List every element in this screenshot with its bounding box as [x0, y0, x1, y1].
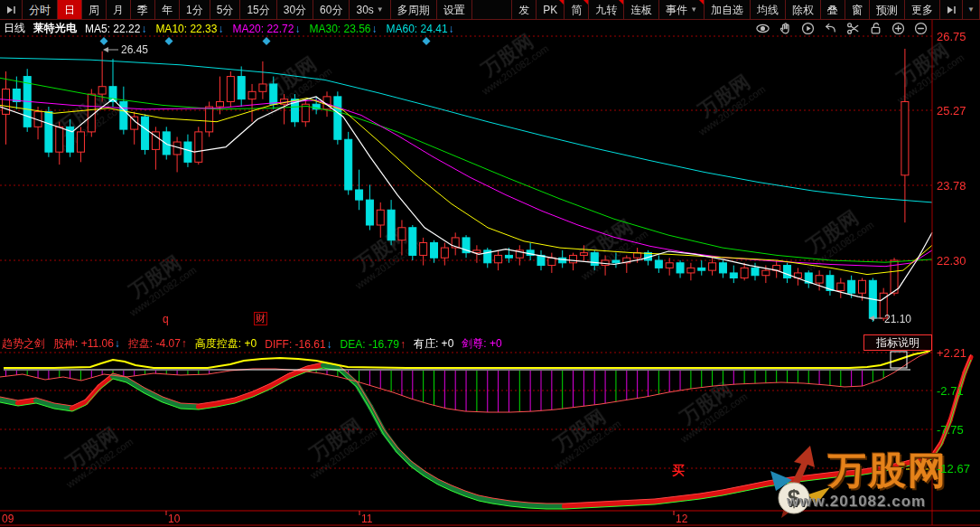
timeline-month-label-2: 11: [361, 513, 372, 525]
period-weekly-button[interactable]: 周: [82, 0, 107, 19]
toolbar-right-group: 发PK简九转连板事件▼加自选均线除权叠窗预测更多▼: [511, 0, 980, 19]
new-feature-badge: [699, 0, 704, 5]
trend-down-arrow-icon: ↓: [327, 338, 332, 351]
lock-icon[interactable]: [868, 21, 883, 36]
period-15min-button[interactable]: 15分: [240, 0, 276, 19]
period-30min-button[interactable]: 30分: [277, 0, 313, 19]
trend-down-arrow-icon: ↓: [141, 23, 146, 35]
indicator-field-7: 剑尊: +0: [462, 336, 501, 352]
tool-window-label: 窗: [852, 1, 863, 19]
band-segment: [950, 396, 957, 420]
chevron-down-icon: ▼: [377, 1, 384, 19]
period-15min-label: 15分: [247, 1, 269, 19]
logo-brand-text: 万股网: [828, 446, 947, 496]
period-minute-chart-button[interactable]: 分时: [23, 0, 58, 19]
tool-consecutive-boards-button[interactable]: 连板: [624, 0, 659, 19]
tool-nine-turn-label: 九转: [595, 1, 617, 19]
tool-window-button[interactable]: 窗: [845, 0, 870, 19]
dock-arrow-icon[interactable]: [0, 0, 23, 19]
indicator-axis-label-1: -2.71: [937, 384, 964, 398]
dock-arrow-icon[interactable]: [940, 0, 963, 19]
indicator-axis-label-0: +2.21: [937, 346, 966, 360]
indicator-help-button[interactable]: 指标说明: [863, 334, 932, 351]
period-60min-button[interactable]: 60分: [313, 0, 350, 19]
play-icon[interactable]: [800, 21, 816, 36]
trend-down-arrow-icon: ↓: [115, 337, 120, 350]
indicator-axis-label-2: -7.75: [937, 423, 964, 437]
trend-down-arrow-icon: ↓: [294, 23, 300, 35]
new-feature-badge: [559, 0, 564, 5]
new-feature-badge: [583, 0, 588, 5]
ma-value-4: MA60: 24.41↓: [387, 23, 454, 35]
chart-tools-strip: [755, 21, 929, 36]
period-settings-label: 设置: [443, 1, 465, 19]
price-axis-label-1: 25.27: [937, 104, 966, 118]
buy-signal-label: 买: [672, 463, 685, 479]
tool-more-button[interactable]: 更多: [905, 0, 940, 19]
indicator-field-4: DIFF: -16.61↓: [265, 338, 331, 351]
financial-event-marker[interactable]: 财: [254, 312, 267, 325]
period-1min-button[interactable]: 1分: [180, 0, 210, 19]
period-multi-period-button[interactable]: 多周期: [391, 0, 437, 19]
indicator-title: 趋势之剑: [2, 336, 45, 352]
period-1min-label: 1分: [186, 1, 203, 19]
price-axis-label-0: 26.75: [937, 30, 966, 43]
period-30sec-button[interactable]: 30s▼: [350, 0, 390, 19]
eye-icon[interactable]: [755, 21, 770, 36]
scissors-icon[interactable]: [845, 21, 861, 36]
low-price-annotation: 21.10: [884, 313, 911, 325]
trend-up-arrow-icon: ↑: [400, 338, 406, 351]
tool-nine-turn-button[interactable]: 九转: [589, 0, 624, 19]
tool-consecutive-boards-label: 连板: [630, 1, 652, 19]
tool-ex-rights-label: 除权: [792, 1, 814, 19]
tool-publish-button[interactable]: 发: [511, 0, 537, 19]
indicator-axis-label-3: -12.67: [937, 462, 970, 475]
period-monthly-button[interactable]: 月: [107, 0, 131, 19]
tool-simplified-button[interactable]: 简: [565, 0, 589, 19]
tool-forecast-button[interactable]: 预测: [870, 0, 905, 19]
toolbar-overflow-caret-icon[interactable]: ▼: [963, 0, 980, 19]
zoom-in-icon[interactable]: [891, 21, 906, 36]
period-yearly-button[interactable]: 年: [155, 0, 180, 19]
period-daily-button[interactable]: 日: [58, 0, 82, 19]
period-5min-button[interactable]: 5分: [210, 0, 241, 19]
price-axis-label-3: 22.30: [937, 254, 966, 268]
ma-value-2: MA20: 22.72↓: [232, 23, 300, 35]
high-price-annotation: 26.45: [121, 43, 148, 56]
tool-events-button[interactable]: 事件▼: [659, 0, 705, 19]
trend-down-arrow-icon: ↓: [218, 23, 223, 35]
tool-add-watchlist-button[interactable]: 加自选: [705, 0, 751, 19]
tool-pk-button[interactable]: PK: [537, 0, 565, 19]
period-quarterly-button[interactable]: 季: [131, 0, 155, 19]
trading-app-window: 万股网www.201082.com万股网www.201082.com万股网www…: [0, 0, 980, 527]
tool-events-label: 事件: [666, 1, 687, 19]
logo-site-text: www.201082.com: [787, 493, 926, 511]
period-minute-chart-label: 分时: [29, 1, 51, 19]
tool-more-label: 更多: [911, 1, 933, 19]
period-yearly-label: 年: [162, 1, 173, 19]
ma-value-0: MA5: 22.22↓: [85, 23, 146, 35]
period-5min-label: 5分: [217, 1, 234, 19]
indicator-header: 趋势之剑股神: +11.06↓控盘: -4.07↑高度控盘: +0DIFF: -…: [2, 337, 502, 351]
zoom-out-icon[interactable]: [913, 21, 929, 36]
period-label: 日线: [4, 21, 25, 36]
tool-forecast-label: 预测: [876, 1, 898, 19]
period-30min-label: 30分: [284, 1, 306, 19]
period-settings-button[interactable]: 设置: [437, 0, 472, 19]
site-watermark-logo: $ 万股网 www.201082.com: [763, 437, 980, 523]
tool-ex-rights-button[interactable]: 除权: [786, 0, 821, 19]
main-chart-plot[interactable]: [0, 38, 932, 333]
hand-icon[interactable]: [778, 21, 793, 36]
ma-value-list: MA5: 22.22↓MA10: 22.33↓MA20: 22.72↓MA30:…: [85, 23, 454, 35]
tool-overlay-button[interactable]: 叠: [821, 0, 845, 19]
new-feature-badge: [619, 0, 623, 5]
trend-down-arrow-icon: ↓: [449, 23, 454, 35]
tool-ma-toggle-button[interactable]: 均线: [751, 0, 786, 19]
period-multi-period-label: 多周期: [397, 1, 430, 19]
period-quarterly-label: 季: [137, 1, 148, 19]
undo-icon[interactable]: [823, 21, 838, 36]
indicator-field-1: 股神: +11.06↓: [53, 336, 120, 352]
period-30sec-label: 30s: [356, 1, 373, 19]
period-toolbar: 分时日周月季年1分5分15分30分60分30s▼多周期设置 发PK简九转连板事件…: [0, 0, 980, 20]
indicator-field-6: 有庄: +0: [414, 336, 453, 352]
